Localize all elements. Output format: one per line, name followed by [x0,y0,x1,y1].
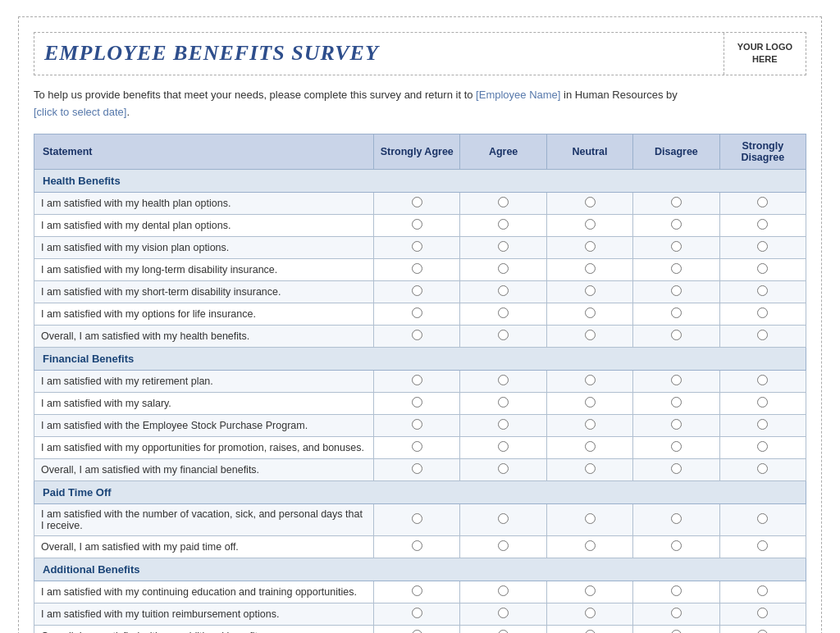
rating-cell-disagree[interactable] [633,326,719,348]
rating-cell-neutral[interactable] [546,326,632,348]
rating-cell-strongly-disagree[interactable] [719,215,806,237]
rating-cell-strongly-agree[interactable] [374,393,460,415]
rating-cell-strongly-agree[interactable] [374,371,460,393]
rating-cell-neutral[interactable] [546,603,632,626]
statement-cell: I am satisfied with my health plan optio… [34,193,374,215]
rating-cell-disagree[interactable] [633,504,719,536]
rating-cell-neutral[interactable] [546,393,632,415]
rating-cell-disagree[interactable] [633,626,719,633]
rating-cell-agree[interactable] [460,215,546,237]
rating-cell-disagree[interactable] [633,215,719,237]
rating-cell-disagree[interactable] [633,259,719,281]
rating-cell-strongly-disagree[interactable] [719,459,806,481]
rating-cell-strongly-disagree[interactable] [719,581,806,603]
rating-cell-disagree[interactable] [633,536,719,558]
rating-cell-strongly-agree[interactable] [374,215,460,237]
intro-placeholder-name[interactable]: [Employee Name] [476,89,560,101]
rating-cell-strongly-disagree[interactable] [719,437,806,459]
rating-cell-neutral[interactable] [546,237,632,259]
rating-cell-neutral[interactable] [546,415,632,437]
rating-cell-neutral[interactable] [546,303,632,326]
rating-cell-strongly-agree[interactable] [374,237,460,259]
rating-cell-agree[interactable] [460,536,546,558]
rating-cell-strongly-agree[interactable] [374,626,460,633]
rating-cell-agree[interactable] [460,303,546,326]
rating-cell-strongly-agree[interactable] [374,326,460,348]
rating-cell-disagree[interactable] [633,415,719,437]
rating-cell-strongly-agree[interactable] [374,459,460,481]
rating-cell-strongly-disagree[interactable] [719,603,806,626]
rating-cell-strongly-agree[interactable] [374,281,460,303]
rating-cell-agree[interactable] [460,326,546,348]
rating-cell-strongly-disagree[interactable] [719,259,806,281]
title-area: Employee Benefits Survey [34,33,724,74]
rating-cell-agree[interactable] [460,371,546,393]
survey-title: Employee Benefits Survey [44,41,714,66]
intro-end: . [126,106,130,118]
rating-cell-neutral[interactable] [546,536,632,558]
rating-cell-agree[interactable] [460,504,546,536]
rating-cell-neutral[interactable] [546,193,632,215]
rating-cell-agree[interactable] [460,581,546,603]
section-title: Paid Time Off [34,481,806,504]
rating-cell-neutral[interactable] [546,215,632,237]
rating-cell-neutral[interactable] [546,459,632,481]
rating-cell-disagree[interactable] [633,303,719,326]
rating-cell-neutral[interactable] [546,259,632,281]
rating-cell-disagree[interactable] [633,237,719,259]
rating-cell-neutral[interactable] [546,281,632,303]
table-row: I am satisfied with my dental plan optio… [34,215,806,237]
rating-cell-neutral[interactable] [546,504,632,536]
section-title: Health Benefits [34,170,806,193]
rating-cell-strongly-agree[interactable] [374,193,460,215]
rating-cell-agree[interactable] [460,415,546,437]
rating-cell-disagree[interactable] [633,193,719,215]
rating-cell-disagree[interactable] [633,581,719,603]
rating-cell-agree[interactable] [460,603,546,626]
rating-cell-disagree[interactable] [633,393,719,415]
rating-cell-strongly-agree[interactable] [374,437,460,459]
rating-cell-strongly-disagree[interactable] [719,237,806,259]
rating-cell-neutral[interactable] [546,626,632,633]
rating-cell-strongly-agree[interactable] [374,603,460,626]
rating-cell-agree[interactable] [460,193,546,215]
rating-cell-strongly-disagree[interactable] [719,626,806,633]
rating-cell-disagree[interactable] [633,603,719,626]
rating-cell-neutral[interactable] [546,371,632,393]
rating-cell-strongly-disagree[interactable] [719,281,806,303]
rating-cell-strongly-agree[interactable] [374,581,460,603]
rating-cell-agree[interactable] [460,281,546,303]
page-wrapper: Employee Benefits Survey YOUR LOGO HERE … [18,16,822,633]
rating-cell-strongly-disagree[interactable] [719,371,806,393]
rating-cell-strongly-agree[interactable] [374,259,460,281]
rating-cell-strongly-agree[interactable] [374,415,460,437]
rating-cell-strongly-disagree[interactable] [719,303,806,326]
rating-cell-strongly-agree[interactable] [374,536,460,558]
rating-cell-disagree[interactable] [633,459,719,481]
rating-cell-strongly-disagree[interactable] [719,536,806,558]
statement-cell: I am satisfied with my long-term disabil… [34,259,374,281]
rating-cell-agree[interactable] [460,437,546,459]
rating-cell-neutral[interactable] [546,437,632,459]
rating-cell-agree[interactable] [460,237,546,259]
rating-cell-disagree[interactable] [633,281,719,303]
rating-cell-agree[interactable] [460,393,546,415]
rating-cell-disagree[interactable] [633,437,719,459]
intro-placeholder-date[interactable]: [click to select date] [34,106,126,118]
rating-cell-strongly-agree[interactable] [374,504,460,536]
rating-cell-strongly-disagree[interactable] [719,326,806,348]
intro-before: To help us provide benefits that meet yo… [34,89,472,101]
section-header: Health Benefits [34,170,806,193]
rating-cell-neutral[interactable] [546,581,632,603]
rating-cell-strongly-agree[interactable] [374,303,460,326]
rating-cell-strongly-disagree[interactable] [719,504,806,536]
rating-cell-strongly-disagree[interactable] [719,193,806,215]
rating-cell-strongly-disagree[interactable] [719,393,806,415]
rating-cell-strongly-disagree[interactable] [719,415,806,437]
table-row: Overall, I am satisfied with my financia… [34,459,806,481]
statement-cell: Overall, I am satisfied with my addition… [34,626,374,633]
rating-cell-disagree[interactable] [633,371,719,393]
rating-cell-agree[interactable] [460,459,546,481]
rating-cell-agree[interactable] [460,259,546,281]
rating-cell-agree[interactable] [460,626,546,633]
